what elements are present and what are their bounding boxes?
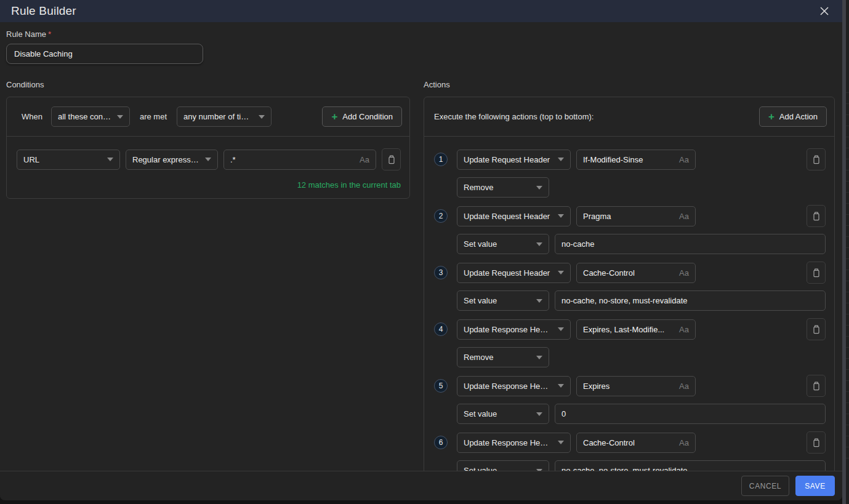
background-page-rowline bbox=[846, 114, 849, 115]
delete-action-button[interactable] bbox=[807, 318, 826, 340]
action-row-5: 5 Update Response Header Aa bbox=[434, 375, 826, 424]
background-page-rowline bbox=[846, 391, 849, 392]
cancel-button[interactable]: CANCEL bbox=[741, 476, 789, 496]
header-name-input[interactable] bbox=[583, 325, 674, 334]
condition-value-input[interactable] bbox=[230, 155, 355, 164]
action-type-dropdown[interactable]: Update Response Header bbox=[457, 319, 571, 340]
background-page-rowline bbox=[846, 270, 849, 270]
action-type-dropdown[interactable]: Update Request Header bbox=[457, 150, 571, 170]
chevron-down-icon bbox=[558, 441, 564, 444]
chevron-down-icon bbox=[558, 271, 564, 274]
trash-icon bbox=[812, 155, 821, 164]
action-operation-dropdown[interactable]: Set value bbox=[457, 404, 549, 424]
rule-name-label: Rule Name* bbox=[6, 30, 835, 39]
header-name-input[interactable] bbox=[583, 382, 674, 391]
case-sensitivity-toggle[interactable]: Aa bbox=[679, 438, 689, 447]
action-number-badge: 5 bbox=[434, 379, 448, 393]
condition-match-type-value: all these conditions bbox=[58, 112, 111, 121]
action-type-value: Update Response Header bbox=[464, 438, 552, 447]
page-scrollbar[interactable] bbox=[842, 0, 849, 504]
action-number-badge: 6 bbox=[434, 436, 448, 449]
trash-icon bbox=[812, 438, 821, 447]
condition-field-value: URL bbox=[23, 155, 101, 164]
conditions-column: Conditions When all these conditions are… bbox=[6, 80, 410, 199]
trash-icon bbox=[812, 212, 821, 221]
background-page-rowline bbox=[846, 247, 849, 248]
header-value-input[interactable] bbox=[561, 466, 819, 471]
case-sensitivity-toggle[interactable]: Aa bbox=[679, 268, 689, 278]
conditions-panel-body: URL Regular expression Aa bbox=[7, 137, 409, 198]
dialog-title: Rule Builder bbox=[11, 4, 76, 18]
condition-value-field: Aa bbox=[223, 150, 376, 170]
save-button[interactable]: SAVE bbox=[795, 476, 835, 496]
dialog-header: Rule Builder bbox=[0, 0, 842, 22]
action-row-6: 6 Update Response Header Aa bbox=[434, 431, 826, 471]
action-type-dropdown[interactable]: Update Response Header bbox=[457, 433, 571, 453]
background-page-rowline bbox=[846, 447, 849, 447]
header-value-input[interactable] bbox=[561, 409, 819, 418]
actions-panel: Execute the following actions (top to bo… bbox=[424, 97, 835, 471]
action-operation-dropdown[interactable]: Set value bbox=[457, 460, 549, 471]
case-sensitivity-toggle[interactable]: Aa bbox=[679, 155, 689, 164]
condition-operator-dropdown[interactable]: Regular expression bbox=[126, 150, 218, 170]
action-operation-dropdown[interactable]: Set value bbox=[457, 290, 549, 311]
add-condition-button[interactable]: + Add Condition bbox=[322, 106, 402, 127]
action-type-dropdown[interactable]: Update Response Header bbox=[457, 376, 571, 396]
action-operation-dropdown[interactable]: Set value bbox=[457, 234, 549, 254]
chevron-down-icon bbox=[558, 158, 564, 161]
close-icon[interactable] bbox=[818, 4, 831, 18]
delete-action-button[interactable] bbox=[807, 375, 826, 397]
conditions-panel-header: When all these conditions are met any nu… bbox=[7, 97, 409, 137]
action-type-dropdown[interactable]: Update Request Header bbox=[457, 263, 571, 283]
actions-panel-body: 1 Update Request Header Aa bbox=[424, 137, 834, 471]
delete-action-button[interactable] bbox=[807, 262, 826, 284]
action-operation-dropdown[interactable]: Remove bbox=[457, 347, 549, 367]
action-row-3: 3 Update Request Header Aa bbox=[434, 262, 826, 311]
case-sensitivity-toggle[interactable]: Aa bbox=[679, 212, 689, 221]
trash-icon bbox=[812, 325, 821, 334]
case-sensitivity-toggle[interactable]: Aa bbox=[679, 325, 689, 334]
background-page-rowline bbox=[846, 292, 849, 292]
header-name-field: Aa bbox=[576, 319, 696, 340]
background-page-rowline bbox=[846, 126, 849, 126]
header-name-input[interactable] bbox=[583, 438, 674, 447]
action-operation-dropdown[interactable]: Remove bbox=[457, 177, 549, 198]
add-action-button[interactable]: + Add Action bbox=[759, 106, 827, 127]
conditions-panel: When all these conditions are met any nu… bbox=[6, 97, 410, 199]
delete-action-button[interactable] bbox=[807, 148, 826, 170]
chevron-down-icon bbox=[558, 384, 564, 388]
chevron-down-icon bbox=[536, 186, 542, 190]
trash-icon bbox=[387, 155, 396, 164]
chevron-down-icon bbox=[259, 115, 265, 119]
delete-condition-button[interactable] bbox=[382, 148, 401, 170]
rule-name-input[interactable] bbox=[6, 44, 203, 64]
scrollbar-thumb[interactable] bbox=[842, 0, 846, 504]
trash-icon bbox=[812, 382, 821, 391]
header-name-input[interactable] bbox=[583, 268, 674, 278]
chevron-down-icon bbox=[536, 356, 542, 359]
columns: Conditions When all these conditions are… bbox=[6, 80, 835, 471]
case-sensitivity-toggle[interactable]: Aa bbox=[360, 155, 369, 164]
condition-match-type-dropdown[interactable]: all these conditions bbox=[51, 106, 130, 127]
delete-action-button[interactable] bbox=[807, 431, 826, 454]
chevron-down-icon bbox=[536, 299, 542, 303]
add-condition-label: Add Condition bbox=[342, 112, 393, 121]
background-page-rowline bbox=[846, 358, 849, 359]
background-page-rowline bbox=[846, 137, 849, 137]
actions-section-label: Actions bbox=[424, 80, 835, 89]
action-type-value: Update Request Header bbox=[464, 212, 552, 221]
case-sensitivity-toggle[interactable]: Aa bbox=[679, 382, 689, 391]
action-row-1: 1 Update Request Header Aa bbox=[434, 148, 826, 198]
condition-frequency-dropdown[interactable]: any number of times bbox=[177, 106, 272, 127]
background-page-rowline bbox=[846, 148, 849, 148]
action-operation-value: Set value bbox=[464, 296, 530, 305]
header-value-field bbox=[555, 290, 826, 311]
header-name-input[interactable] bbox=[583, 212, 674, 221]
condition-field-dropdown[interactable]: URL bbox=[17, 150, 120, 170]
action-type-dropdown[interactable]: Update Request Header bbox=[457, 206, 571, 226]
header-value-input[interactable] bbox=[561, 296, 819, 305]
header-value-input[interactable] bbox=[561, 239, 819, 249]
header-name-input[interactable] bbox=[583, 155, 674, 164]
background-page-rowline bbox=[846, 425, 849, 425]
delete-action-button[interactable] bbox=[807, 205, 826, 227]
